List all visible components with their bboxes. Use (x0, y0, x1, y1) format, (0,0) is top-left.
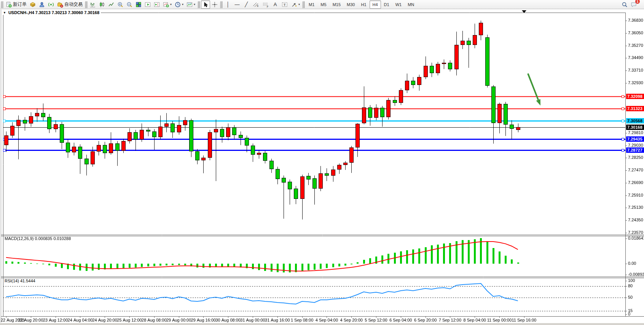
mt4-window: ▼ USDCNH-,H4 7.30213 7.30213 7.30060 7.3… (0, 0, 644, 325)
periods-icon (175, 2, 181, 8)
new-order-label: 新订单 (13, 1, 27, 8)
line-chart-type-icon (108, 2, 114, 8)
auto-trading-icon (57, 2, 63, 8)
market-cube-button[interactable] (28, 0, 37, 9)
signal-icon (48, 2, 54, 8)
auto-trading-label: 自动交易 (64, 1, 83, 8)
chart-shift-icon (154, 2, 160, 8)
channel-tool-button[interactable]: E (251, 0, 261, 9)
search-icon (622, 2, 628, 8)
fibonacci-icon: F (262, 2, 269, 8)
timeframe-label: MN (406, 2, 416, 7)
toolbar-grip[interactable] (220, 1, 223, 8)
timeframe-H1-button[interactable]: H1 (358, 0, 369, 9)
line-chart-type-button[interactable] (107, 0, 116, 9)
timeframe-W1-button[interactable]: W1 (392, 0, 405, 9)
main-toolbar: 新订单 (0, 0, 644, 9)
svg-text:E: E (257, 5, 259, 7)
auto-trading-button[interactable]: 自动交易 (56, 0, 84, 9)
bar-chart-type-icon (90, 2, 96, 8)
toolbar-grip[interactable] (198, 1, 200, 8)
channel-icon: E (252, 2, 259, 8)
chevron-down-icon: ▾ (170, 3, 172, 6)
fibonacci-tool-button[interactable]: F (261, 0, 271, 9)
community-button[interactable] (37, 0, 46, 9)
templates-button[interactable]: ▾ (185, 0, 197, 9)
arrows-icon (291, 2, 297, 8)
timeframe-M15-button[interactable]: M15 (330, 0, 344, 9)
timeframe-label: M30 (345, 2, 356, 7)
timeframe-label: W1 (394, 2, 403, 7)
toolbar-grip[interactable] (302, 1, 305, 8)
chevron-down-icon: ▾ (182, 3, 183, 6)
notification-badge: 1 (635, 0, 640, 4)
timeframe-label: M1 (307, 2, 316, 7)
auto-scroll-button[interactable] (143, 0, 152, 9)
indicators-icon (163, 2, 169, 8)
new-order-icon (6, 2, 12, 8)
zoom-out-icon (126, 2, 132, 8)
periods-button[interactable]: ▾ (173, 0, 185, 9)
timeframe-D1-button[interactable]: D1 (381, 0, 392, 9)
arrows-tool-button[interactable]: ▾ (290, 0, 301, 9)
timeframe-M1-button[interactable]: M1 (306, 0, 317, 9)
search-button[interactable] (620, 0, 629, 9)
timeframe-label: D1 (383, 2, 391, 7)
bar-chart-type-button[interactable] (88, 0, 97, 9)
rsi-indicator-label: RSI(14) 41.5444 (5, 279, 35, 283)
timeframe-MN-button[interactable]: MN (405, 0, 417, 9)
indicators-button[interactable]: ▾ (161, 0, 173, 9)
zoom-out-button[interactable] (125, 0, 134, 9)
new-order-button[interactable]: 新订单 (4, 0, 28, 9)
crosshair-button[interactable] (210, 0, 219, 9)
text-tool-button[interactable]: A (271, 0, 280, 9)
symbol-ohlc-line[interactable]: ▼ USDCNH-,H4 7.30213 7.30213 7.30060 7.3… (3, 10, 101, 15)
signal-button[interactable] (46, 0, 56, 9)
chevron-down-icon: ▾ (194, 3, 195, 6)
zoom-in-icon (117, 2, 123, 8)
timeframe-M30-button[interactable]: M30 (344, 0, 358, 9)
text-icon: A (274, 2, 277, 7)
trendline-icon: ╱ (245, 2, 248, 7)
cursor-icon (202, 2, 209, 8)
toolbar-grip[interactable] (1, 1, 3, 8)
timeframe-H4-button[interactable]: H4 (370, 0, 381, 9)
candle-chart-type-icon (99, 2, 105, 8)
horizontal-line-icon: — (235, 2, 240, 7)
timeframe-toolbar: M1M5M15M30H1H4D1W1MN (306, 0, 417, 9)
timeframe-label: H4 (371, 2, 379, 7)
templates-icon (187, 2, 193, 8)
horizontal-line-tool-button[interactable]: — (233, 0, 242, 9)
notifications-button[interactable]: 1 (629, 0, 639, 9)
trendline-tool-button[interactable]: ╱ (242, 0, 251, 9)
market-cube-icon (30, 2, 36, 8)
chart-shift-button[interactable] (152, 0, 161, 9)
svg-text:T: T (284, 3, 286, 6)
vertical-line-tool-button[interactable]: │ (223, 0, 233, 9)
tile-windows-button[interactable] (134, 0, 143, 9)
collapse-triangle-icon[interactable]: ▼ (3, 11, 6, 14)
tile-windows-icon (135, 2, 142, 8)
cursor-button[interactable] (201, 0, 210, 9)
candle-chart-type-button[interactable] (97, 0, 107, 9)
svg-text:F: F (267, 5, 268, 8)
text-label-tool-button[interactable]: T (280, 0, 290, 9)
crosshair-icon (212, 2, 218, 8)
timeframe-label: H1 (359, 2, 368, 7)
timeframe-label: M15 (331, 2, 342, 7)
chevron-down-icon: ▾ (298, 3, 300, 6)
auto-scroll-icon (145, 2, 151, 8)
toolbar-grip[interactable] (85, 1, 88, 8)
community-icon (39, 2, 45, 8)
zoom-in-button[interactable] (116, 0, 125, 9)
price-chart-canvas[interactable] (0, 0, 644, 325)
macd-indicator-label: MACD(12,26,9) 0.000835 0.010288 (5, 236, 71, 241)
timeframe-M5-button[interactable]: M5 (317, 0, 329, 9)
text-label-icon: T (281, 2, 288, 8)
symbol-ohlc-text: USDCNH-,H4 7.30213 7.30213 7.30060 7.301… (8, 10, 99, 15)
timeframe-label: M5 (319, 2, 328, 7)
vertical-line-icon: │ (226, 2, 230, 7)
